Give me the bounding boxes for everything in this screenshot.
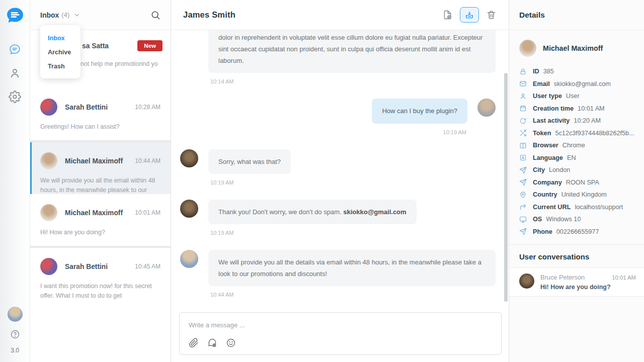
user-conversations-heading: User conversations bbox=[509, 245, 644, 267]
export-download-icon bbox=[465, 11, 474, 20]
field-token: Token 5c12c3f9374448b8262f5b... bbox=[509, 127, 644, 140]
conversation-preview: We will provide you all the email within… bbox=[40, 176, 160, 194]
message-time: 10:19 AM bbox=[210, 230, 417, 236]
conversation-time: 10:28 AM bbox=[135, 104, 160, 111]
message-incoming: We will provide you all the details via … bbox=[180, 250, 496, 298]
message-incoming: Sorry, what was that? 10:19 AM bbox=[180, 149, 496, 186]
email-icon bbox=[519, 80, 527, 87]
details-panel: Details Michael Maximoff ID 385 Email sk… bbox=[509, 0, 644, 362]
dropdown-item-trash[interactable]: Trash bbox=[40, 59, 80, 73]
rail-nav bbox=[9, 43, 21, 103]
avatar bbox=[477, 99, 496, 117]
message-bubble: dolor in reprehenderit in voluptate veli… bbox=[208, 30, 496, 73]
message-input[interactable] bbox=[180, 313, 488, 329]
saved-replies-icon[interactable] bbox=[207, 338, 217, 348]
send-icon bbox=[519, 228, 527, 235]
chat-scrollbar[interactable] bbox=[504, 73, 508, 302]
field-id: ID 385 bbox=[509, 65, 644, 78]
current-user-avatar[interactable] bbox=[8, 307, 23, 322]
conversation-preview: Hi! How are you doing? bbox=[40, 228, 160, 237]
message-list: dolor in reprehenderit in voluptate veli… bbox=[171, 30, 509, 306]
folder-selector[interactable]: Inbox bbox=[40, 11, 59, 19]
user-conversation-name: Bruce Peterson bbox=[540, 274, 612, 281]
settings-icon[interactable] bbox=[9, 90, 21, 103]
details-title: Details bbox=[519, 11, 545, 20]
message-text: Thank you! Don't worry, we don't do spam… bbox=[218, 208, 343, 216]
field-last-activity: Last activity 10:20 AM bbox=[509, 115, 644, 127]
message-incoming: Thank you! Don't worry, we don't do spam… bbox=[180, 200, 496, 236]
add-note-icon[interactable] bbox=[442, 10, 453, 20]
chat-panel: James Smith bbox=[171, 0, 509, 362]
conversation-time: 10:45 AM bbox=[135, 263, 160, 270]
message-incoming: dolor in reprehenderit in voluptate veli… bbox=[180, 30, 496, 84]
export-download-button[interactable] bbox=[460, 7, 479, 23]
conversation-item-sarah-1[interactable]: Sarah Bettini 10:28 AM Greetings! How ca… bbox=[30, 88, 171, 140]
location-icon bbox=[519, 191, 527, 199]
field-creation-time: Creation time 10:01 AM bbox=[509, 103, 644, 115]
chat-header: James Smith bbox=[171, 0, 509, 30]
message-bubble: How can I buy the plugin? bbox=[372, 99, 467, 123]
conversations-panel: Inbox (4) Inbox Archive Trash sa Satta N… bbox=[30, 0, 171, 362]
send-icon bbox=[519, 178, 527, 186]
user-conversation-preview: Hi! How are you doing? bbox=[540, 284, 636, 291]
app-version: 3.0 bbox=[11, 347, 19, 354]
conversation-preview: Greetings! How can I assist? bbox=[40, 122, 160, 132]
refresh-icon bbox=[519, 117, 527, 125]
contacts-icon[interactable] bbox=[9, 67, 21, 79]
conversation-item-sarah-2[interactable]: Sarah Bettini 10:45 AM I want this promo… bbox=[30, 248, 171, 300]
avatar bbox=[519, 274, 534, 289]
message-composer bbox=[179, 312, 502, 355]
chat-actions bbox=[442, 7, 497, 23]
conversation-name: Sarah Bettini bbox=[65, 263, 132, 270]
message-time: 10:44 AM bbox=[210, 292, 496, 298]
chevron-down-icon[interactable] bbox=[73, 12, 80, 19]
rail-footer: 3.0 bbox=[8, 307, 23, 362]
message-time: 10:14 AM bbox=[210, 78, 496, 84]
field-company: Company ROON SPA bbox=[509, 176, 644, 189]
delete-icon[interactable] bbox=[486, 10, 497, 20]
conversation-name: Sarah Bettini bbox=[65, 104, 132, 111]
help-icon[interactable] bbox=[10, 329, 20, 339]
search-icon[interactable] bbox=[150, 10, 160, 20]
avatar bbox=[40, 152, 57, 169]
shuffle-icon bbox=[519, 129, 527, 137]
details-header: Details bbox=[509, 0, 644, 30]
browser-icon bbox=[519, 142, 527, 149]
avatar bbox=[180, 200, 198, 218]
field-country: Country United Kingdom bbox=[509, 189, 644, 201]
language-icon bbox=[519, 154, 527, 161]
dropdown-item-inbox[interactable]: Inbox bbox=[40, 31, 80, 45]
emoji-icon[interactable] bbox=[226, 338, 236, 348]
field-phone: Phone 002266655977 bbox=[509, 226, 644, 238]
conversation-item-michael-2[interactable]: Michael Maximoff 10:01 AM Hi! How are yo… bbox=[30, 194, 171, 246]
conversation-time: 10:44 AM bbox=[135, 157, 160, 164]
user-icon bbox=[519, 93, 527, 100]
lock-icon bbox=[519, 68, 527, 75]
calendar-icon bbox=[519, 105, 527, 112]
user-conversation-item[interactable]: Bruce Peterson 10:01 AM Hi! How are you … bbox=[509, 267, 644, 297]
message-bubble: Thank you! Don't worry, we don't do spam… bbox=[208, 200, 417, 224]
conversation-preview: I want this promotion now! for this secr… bbox=[40, 282, 160, 300]
user-conversation-time: 10:01 AM bbox=[612, 275, 636, 281]
conversation-time: 10:01 AM bbox=[135, 209, 160, 216]
conversation-item-michael-selected[interactable]: Michael Maximoff 10:44 AM We will provid… bbox=[30, 142, 171, 194]
avatar bbox=[180, 250, 198, 268]
avatar bbox=[519, 40, 536, 57]
avatar bbox=[40, 99, 57, 116]
conversation-list: sa Satta New not help me promotionnd yo … bbox=[30, 30, 171, 362]
conversation-name: Michael Maximoff bbox=[65, 157, 132, 165]
app-logo-icon[interactable] bbox=[6, 6, 25, 25]
folder-count: (4) bbox=[61, 11, 69, 19]
user-fields: ID 385 Email skiokko@gmail.com User type… bbox=[509, 65, 644, 238]
dropdown-item-archive[interactable]: Archive bbox=[40, 45, 80, 59]
folder-dropdown: Inbox Archive Trash bbox=[40, 25, 80, 78]
attachment-icon[interactable] bbox=[189, 338, 199, 348]
message-bubble: We will provide you all the details via … bbox=[208, 250, 496, 286]
avatar bbox=[180, 149, 198, 167]
field-email: Email skiokko@gmail.com bbox=[509, 78, 644, 90]
message-email: skiokko@gmail.com bbox=[343, 208, 406, 216]
chat-title: James Smith bbox=[183, 10, 235, 20]
user-name: Michael Maximoff bbox=[543, 44, 603, 52]
conversations-icon[interactable] bbox=[9, 43, 21, 56]
field-current-url: Current URL localhost/support bbox=[509, 201, 644, 214]
